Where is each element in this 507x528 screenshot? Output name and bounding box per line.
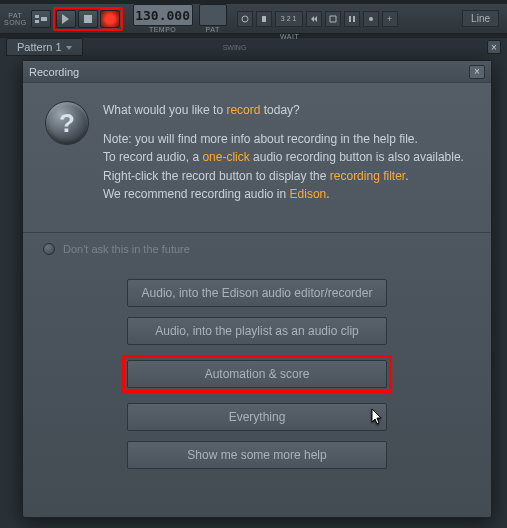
record-button[interactable] [100,10,120,28]
song-label: SONG [4,19,27,26]
pattern-bar: Pattern 1 SWING × [0,38,507,56]
snap-mode-dropdown[interactable]: Line [462,10,499,27]
chevron-down-icon [66,46,72,50]
step-icon[interactable] [344,11,360,27]
play-button[interactable] [56,10,76,28]
add-icon[interactable]: + [382,11,398,27]
automation-score-button[interactable]: Automation & score [127,360,387,388]
dialog-titlebar[interactable]: Recording × [23,61,491,83]
pat-small-label: PAT [206,26,220,33]
tempo-display[interactable]: 130.000 [133,4,193,26]
dialog-title: Recording [29,66,79,78]
dialog-body-text: What would you like to record today? Not… [103,101,464,214]
svg-rect-2 [41,17,47,21]
pattern-close-button[interactable]: × [487,40,501,54]
more-help-button[interactable]: Show me some more help [127,441,387,469]
overdub-icon[interactable] [306,11,322,27]
dont-ask-checkbox[interactable] [43,243,55,255]
everything-button[interactable]: Everything [127,403,387,431]
highlighted-option: Automation & score [122,355,392,393]
question-icon: ? [45,101,89,145]
pattern-length-box[interactable] [199,4,227,26]
pat-label: PAT [8,12,22,19]
play-icon [62,14,69,24]
pattern-selector[interactable]: Pattern 1 [6,38,83,56]
svg-rect-6 [353,16,355,22]
record-area-highlight [53,7,123,31]
loop-icon[interactable] [325,11,341,27]
countdown-icon[interactable]: 3 2 1 [275,11,303,27]
pat-song-switch[interactable] [31,10,51,28]
wait-small-label: WAIT [280,33,299,40]
wait-icon[interactable] [256,11,272,27]
stop-icon [84,15,92,23]
transport-toolbar: PAT SONG 130.000 TEMPO PAT 3 2 1 + Line [0,4,507,34]
tempo-label: TEMPO [149,26,176,33]
dialog-close-button[interactable]: × [469,65,485,79]
svg-rect-1 [35,20,39,23]
svg-rect-4 [262,16,266,22]
record-audio-playlist-button[interactable]: Audio, into the playlist as an audio cli… [127,317,387,345]
stop-button[interactable] [78,10,98,28]
dont-ask-label: Don't ask this in the future [63,243,190,255]
recording-dialog: Recording × ? What would you like to rec… [22,60,492,518]
svg-point-3 [242,16,248,22]
svg-rect-0 [35,15,39,18]
svg-rect-5 [349,16,351,22]
svg-point-7 [369,17,373,21]
swing-label: SWING [223,44,247,51]
tool-icon[interactable] [363,11,379,27]
record-audio-edison-button[interactable]: Audio, into the Edison audio editor/reco… [127,279,387,307]
metronome-icon[interactable] [237,11,253,27]
